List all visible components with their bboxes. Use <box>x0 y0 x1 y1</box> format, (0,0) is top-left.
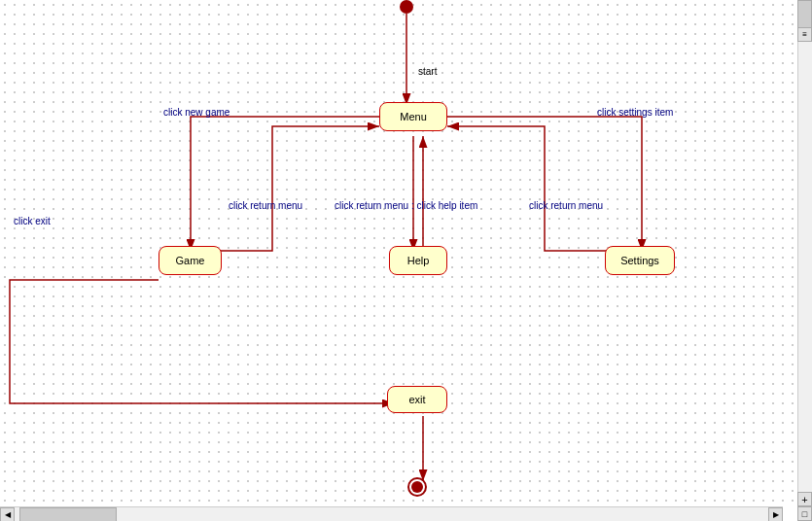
menu-state[interactable]: Menu <box>379 102 447 131</box>
scrollbar-h-thumb[interactable] <box>19 507 117 521</box>
diagram-canvas: Menu Game Help Settings exit start click… <box>0 0 797 506</box>
click-new-game-label: click new game <box>163 107 229 118</box>
click-return-menu-center-label: click return menu : click help item <box>335 200 477 211</box>
corner-button: □ <box>797 506 812 521</box>
click-return-menu-left-label: click return menu <box>229 200 302 211</box>
settings-state[interactable]: Settings <box>605 246 675 275</box>
click-exit-label: click exit <box>14 216 51 226</box>
zoom-in-button[interactable]: + <box>797 492 812 506</box>
final-state <box>407 477 427 497</box>
click-return-menu-right-label: click return menu <box>529 200 603 211</box>
initial-state <box>400 0 413 14</box>
help-state[interactable]: Help <box>389 246 447 275</box>
final-state-inner <box>411 481 423 493</box>
horizontal-scrollbar[interactable]: ◀ ▶ <box>0 506 783 521</box>
exit-state[interactable]: exit <box>387 386 447 413</box>
scrollbar-thumb[interactable] <box>797 0 812 29</box>
click-settings-item-label: click settings item <box>597 107 673 118</box>
scrollbar-menu-button[interactable]: ≡ <box>797 27 812 42</box>
vertical-scrollbar[interactable]: ≡ <box>797 0 812 496</box>
start-label: start <box>418 66 437 77</box>
scrollbar-right-button[interactable]: ▶ <box>768 507 783 521</box>
game-state[interactable]: Game <box>159 246 222 275</box>
scrollbar-left-button[interactable]: ◀ <box>0 507 15 521</box>
